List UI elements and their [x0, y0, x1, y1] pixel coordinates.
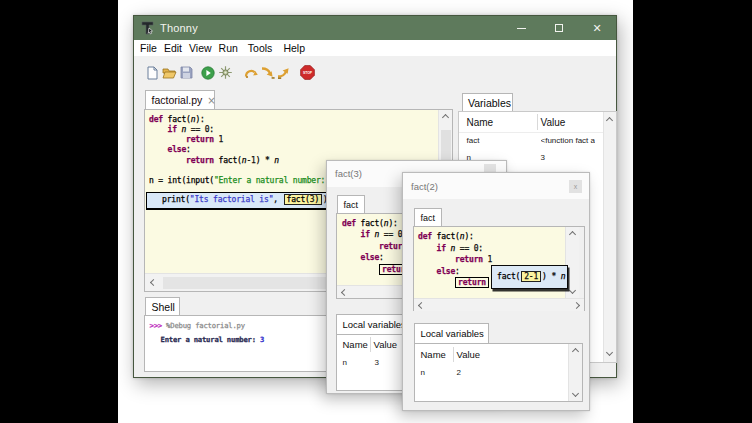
minimize-icon — [517, 28, 526, 29]
fact2-titlebar[interactable]: fact(2) x — [403, 173, 589, 199]
fact3-window-title: fact(3) — [335, 168, 362, 179]
code-line: if n == 0: — [418, 243, 565, 255]
step-out-icon — [276, 66, 291, 79]
menubar: File Edit View Run Tools Help — [134, 40, 616, 56]
shell-prompt: >>> — [150, 321, 162, 330]
menu-help[interactable]: Help — [279, 41, 309, 55]
screenshot-stage: Thonny ✕ File Edit View Run Tools Help — [0, 0, 752, 423]
maximize-button[interactable] — [540, 16, 578, 40]
variables-col-value[interactable]: Value — [541, 117, 566, 128]
evaluated-expression-chip: fact(3) — [284, 194, 322, 205]
fact2-code-panel: def fact(n): if n == 0: return 1 else: r… — [413, 226, 585, 311]
editor-tab-label: factorial.py — [152, 94, 203, 106]
stop-icon: STOP — [300, 65, 315, 80]
thonny-app-icon — [141, 21, 154, 35]
shell-user-input: 3 — [260, 335, 264, 344]
menu-file[interactable]: File — [136, 41, 161, 55]
fact3-localvars-tab[interactable]: Local variables — [336, 314, 412, 334]
menu-view[interactable]: View — [185, 41, 216, 55]
fact2-evaluated-expression: fact(2-1) * n — [491, 265, 568, 289]
step-out-button[interactable] — [276, 65, 291, 80]
shell-output-text: Enter a natural number: — [161, 335, 261, 344]
scroll-left-icon[interactable] — [341, 288, 348, 295]
scroll-up-icon[interactable] — [569, 231, 576, 238]
scroll-left-icon[interactable] — [149, 279, 156, 286]
fact2-lv-col-name[interactable]: Name — [421, 349, 446, 360]
stop-button[interactable]: STOP — [300, 65, 315, 80]
evaluated-expression-chip: 2-1 — [521, 271, 541, 282]
scroll-right-icon[interactable] — [572, 302, 579, 309]
fact2-code-tab[interactable]: fact — [414, 208, 442, 226]
new-file-icon — [146, 66, 159, 80]
scroll-up-icon[interactable] — [571, 347, 578, 354]
minimize-button[interactable] — [502, 16, 540, 40]
scroll-up-icon[interactable] — [441, 113, 448, 120]
variables-vscrollbar[interactable] — [603, 112, 616, 362]
fact2-window-title: fact(2) — [411, 181, 438, 192]
variables-tab[interactable]: Variables — [462, 93, 513, 111]
run-button[interactable] — [201, 65, 216, 80]
fact3-lv-row-value[interactable]: 3 — [375, 358, 379, 367]
step-into-button[interactable] — [260, 65, 275, 80]
debug-button[interactable] — [218, 65, 233, 80]
shell-tab[interactable]: Shell — [145, 297, 180, 315]
fact3-lv-column-separator[interactable] — [370, 337, 371, 352]
window-title: Thonny — [160, 22, 198, 34]
menu-edit[interactable]: Edit — [160, 41, 186, 55]
editor-tab[interactable]: factorial.py × — [145, 90, 215, 109]
menu-run[interactable]: Run — [215, 41, 242, 55]
code-line: def fact(n): — [149, 115, 438, 125]
fact2-lv-row-name[interactable]: n — [421, 368, 425, 377]
maximize-icon — [555, 24, 563, 32]
fact3-tab-label: fact — [344, 200, 359, 210]
scroll-down-icon[interactable] — [571, 390, 578, 397]
fact2-lv-column-separator[interactable] — [453, 347, 454, 362]
titlebar[interactable]: Thonny ✕ — [134, 16, 616, 40]
fact2-lv-vscrollbar[interactable] — [568, 344, 582, 402]
scroll-down-icon[interactable] — [569, 287, 576, 294]
fact2-hscrollbar[interactable] — [414, 298, 584, 311]
fact3-frame-button[interactable] — [484, 164, 496, 172]
fact2-localvars-tab[interactable]: Local variables — [414, 323, 489, 343]
step-over-icon — [244, 66, 259, 79]
scroll-left-icon[interactable] — [418, 302, 425, 309]
fact2-expression-code: fact(2-1) * n — [497, 271, 565, 283]
scroll-up-icon[interactable] — [606, 117, 613, 124]
shell-output-line: Enter a natural number: 3 — [161, 335, 265, 345]
variables-col-name[interactable]: Name — [467, 117, 494, 128]
save-file-icon — [180, 66, 193, 79]
editor-tab-close-icon[interactable]: × — [207, 95, 215, 106]
code-line: return 1 — [149, 135, 438, 145]
fact3-lv-col-value[interactable]: Value — [374, 339, 398, 350]
shell-command-line: >>> %Debug factorial.py — [150, 321, 245, 331]
fact3-lv-row-name[interactable]: n — [343, 358, 347, 367]
close-button[interactable]: ✕ — [578, 16, 616, 40]
svg-text:STOP: STOP — [302, 71, 312, 75]
fact2-lv-row-value[interactable]: 2 — [457, 368, 461, 377]
shell-tab-label: Shell — [152, 301, 175, 313]
fact2-lv-col-value[interactable]: Value — [457, 349, 481, 360]
variables-row-value[interactable]: <function fact a — [541, 136, 595, 145]
toolbar: STOP — [134, 56, 616, 89]
new-file-button[interactable] — [145, 65, 160, 80]
open-file-button[interactable] — [162, 65, 177, 80]
fact3-code-tab[interactable]: fact — [337, 195, 365, 213]
fact2-frame-button[interactable]: x — [569, 180, 582, 193]
debug-icon — [218, 65, 233, 80]
step-over-button[interactable] — [244, 65, 259, 80]
fact2-localvars-label: Local variables — [421, 328, 484, 339]
fact3-lv-col-name[interactable]: Name — [343, 339, 368, 350]
open-file-icon — [162, 66, 177, 80]
focus-statement-code: print("Its factorial is", fact(3)) — [162, 195, 328, 205]
code-line: if n == 0: — [149, 125, 438, 135]
save-file-button[interactable] — [179, 65, 194, 80]
scroll-down-icon[interactable] — [606, 349, 613, 356]
variables-tab-label: Variables — [468, 97, 511, 109]
run-icon — [201, 66, 215, 80]
menu-tools[interactable]: Tools — [244, 41, 277, 55]
variables-row-value[interactable]: 3 — [541, 153, 545, 162]
fact3-localvars-label: Local variables — [343, 319, 406, 330]
debug-focus-statement: print("Its factorial is", fact(3)) — [146, 192, 331, 210]
variables-column-separator[interactable] — [537, 114, 538, 130]
variables-row-name[interactable]: fact — [467, 136, 480, 145]
